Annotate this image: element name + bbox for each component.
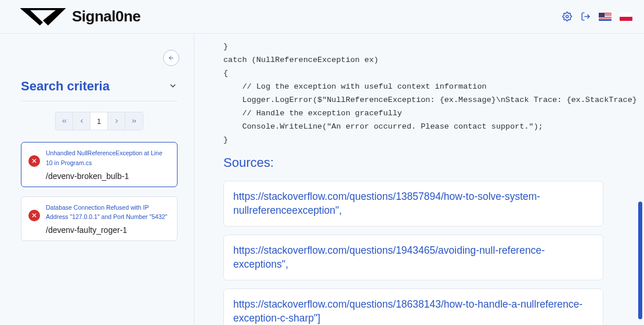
search-criteria-toggle[interactable]: Search criteria	[21, 79, 178, 101]
log-card-subtitle: /devenv-faulty_roger-1	[46, 225, 170, 235]
source-link[interactable]: https://stackoverflow.com/questions/1863…	[233, 298, 583, 324]
sidebar: Search criteria 1 ✕	[0, 34, 194, 325]
scrollbar[interactable]	[638, 39, 642, 319]
main-content: } catch (NullReferenceException ex) { //…	[194, 34, 644, 325]
log-card-title: Unhandled NullReferenceException at Line…	[46, 148, 170, 168]
logout-icon[interactable]	[580, 12, 591, 22]
settings-icon[interactable]	[562, 12, 572, 22]
search-heading-label: Search criteria	[21, 79, 110, 94]
logo-mark-icon	[17, 6, 68, 28]
sources-heading: Sources:	[223, 155, 637, 170]
source-card[interactable]: https://stackoverflow.com/questions/1863…	[223, 289, 603, 326]
header-actions	[562, 12, 632, 22]
body-layout: Search criteria 1 ✕	[0, 34, 644, 325]
app-header: Signal0ne	[0, 0, 644, 34]
flag-pl-icon[interactable]	[620, 13, 632, 21]
page-next-button[interactable]	[108, 112, 125, 130]
error-badge-icon: ✕	[28, 210, 40, 221]
log-card-title: Database Connection Refused with IP Addr…	[46, 203, 170, 222]
brand-logo: Signal0ne	[17, 6, 140, 28]
chevron-down-icon	[168, 79, 178, 94]
pagination: 1	[55, 112, 143, 130]
log-card-subtitle: /devenv-broken_bulb-1	[46, 171, 170, 181]
log-card[interactable]: ✕ Database Connection Refused with IP Ad…	[21, 196, 178, 242]
scrollbar-thumb[interactable]	[638, 202, 642, 319]
arrow-left-icon	[168, 54, 175, 61]
page-current: 1	[91, 112, 108, 130]
flag-us-icon[interactable]	[599, 13, 612, 21]
code-block: } catch (NullReferenceException ex) { //…	[223, 41, 637, 147]
svg-point-0	[566, 15, 568, 17]
page-prev-button[interactable]	[73, 112, 91, 130]
page-first-button[interactable]	[56, 112, 73, 130]
source-link[interactable]: https://stackoverflow.com/questions/1943…	[233, 244, 545, 271]
error-badge-icon: ✕	[28, 155, 40, 167]
source-link[interactable]: https://stackoverflow.com/questions/1385…	[233, 191, 540, 217]
log-card[interactable]: ✕ Unhandled NullReferenceException at Li…	[21, 142, 178, 187]
back-button[interactable]	[163, 50, 179, 66]
brand-text: Signal0ne	[72, 8, 140, 25]
source-card[interactable]: https://stackoverflow.com/questions/1385…	[223, 181, 603, 227]
page-last-button[interactable]	[125, 112, 143, 130]
source-card[interactable]: https://stackoverflow.com/questions/1943…	[223, 235, 603, 280]
